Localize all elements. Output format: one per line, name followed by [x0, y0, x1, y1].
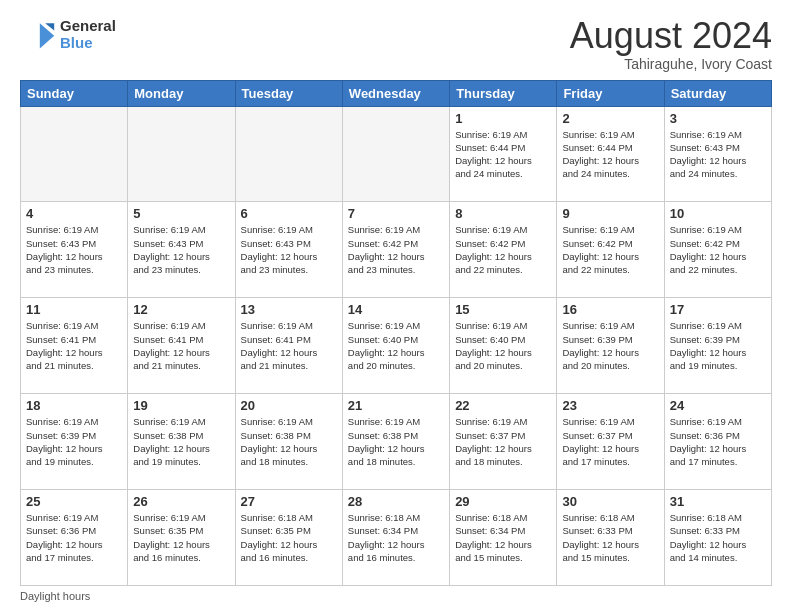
day-info: Sunrise: 6:19 AM Sunset: 6:44 PM Dayligh… — [562, 128, 658, 181]
week-row-4: 25Sunrise: 6:19 AM Sunset: 6:36 PM Dayli… — [21, 490, 772, 586]
day-info: Sunrise: 6:19 AM Sunset: 6:36 PM Dayligh… — [670, 415, 766, 468]
day-number: 22 — [455, 398, 551, 413]
week-row-2: 11Sunrise: 6:19 AM Sunset: 6:41 PM Dayli… — [21, 298, 772, 394]
day-cell: 29Sunrise: 6:18 AM Sunset: 6:34 PM Dayli… — [450, 490, 557, 586]
day-info: Sunrise: 6:19 AM Sunset: 6:38 PM Dayligh… — [241, 415, 337, 468]
day-cell: 4Sunrise: 6:19 AM Sunset: 6:43 PM Daylig… — [21, 202, 128, 298]
day-cell: 8Sunrise: 6:19 AM Sunset: 6:42 PM Daylig… — [450, 202, 557, 298]
day-info: Sunrise: 6:19 AM Sunset: 6:42 PM Dayligh… — [455, 223, 551, 276]
day-number: 8 — [455, 206, 551, 221]
day-info: Sunrise: 6:19 AM Sunset: 6:43 PM Dayligh… — [133, 223, 229, 276]
day-cell: 21Sunrise: 6:19 AM Sunset: 6:38 PM Dayli… — [342, 394, 449, 490]
day-info: Sunrise: 6:18 AM Sunset: 6:35 PM Dayligh… — [241, 511, 337, 564]
day-cell: 10Sunrise: 6:19 AM Sunset: 6:42 PM Dayli… — [664, 202, 771, 298]
day-number: 21 — [348, 398, 444, 413]
day-number: 9 — [562, 206, 658, 221]
day-info: Sunrise: 6:19 AM Sunset: 6:39 PM Dayligh… — [670, 319, 766, 372]
day-number: 13 — [241, 302, 337, 317]
day-cell: 9Sunrise: 6:19 AM Sunset: 6:42 PM Daylig… — [557, 202, 664, 298]
header-tuesday: Tuesday — [235, 80, 342, 106]
day-cell: 3Sunrise: 6:19 AM Sunset: 6:43 PM Daylig… — [664, 106, 771, 202]
day-number: 7 — [348, 206, 444, 221]
day-info: Sunrise: 6:18 AM Sunset: 6:34 PM Dayligh… — [348, 511, 444, 564]
day-cell: 1Sunrise: 6:19 AM Sunset: 6:44 PM Daylig… — [450, 106, 557, 202]
day-number: 10 — [670, 206, 766, 221]
week-row-1: 4Sunrise: 6:19 AM Sunset: 6:43 PM Daylig… — [21, 202, 772, 298]
day-number: 20 — [241, 398, 337, 413]
day-info: Sunrise: 6:19 AM Sunset: 6:41 PM Dayligh… — [26, 319, 122, 372]
title-area: August 2024 Tahiraguhe, Ivory Coast — [570, 16, 772, 72]
day-cell: 18Sunrise: 6:19 AM Sunset: 6:39 PM Dayli… — [21, 394, 128, 490]
day-cell: 16Sunrise: 6:19 AM Sunset: 6:39 PM Dayli… — [557, 298, 664, 394]
day-cell: 13Sunrise: 6:19 AM Sunset: 6:41 PM Dayli… — [235, 298, 342, 394]
calendar-header-row: SundayMondayTuesdayWednesdayThursdayFrid… — [21, 80, 772, 106]
day-cell: 25Sunrise: 6:19 AM Sunset: 6:36 PM Dayli… — [21, 490, 128, 586]
logo-text: General Blue — [60, 17, 116, 51]
day-info: Sunrise: 6:19 AM Sunset: 6:36 PM Dayligh… — [26, 511, 122, 564]
header-monday: Monday — [128, 80, 235, 106]
day-info: Sunrise: 6:19 AM Sunset: 6:43 PM Dayligh… — [26, 223, 122, 276]
day-info: Sunrise: 6:19 AM Sunset: 6:39 PM Dayligh… — [562, 319, 658, 372]
day-cell — [235, 106, 342, 202]
day-cell: 22Sunrise: 6:19 AM Sunset: 6:37 PM Dayli… — [450, 394, 557, 490]
day-number: 6 — [241, 206, 337, 221]
day-number: 1 — [455, 111, 551, 126]
day-info: Sunrise: 6:19 AM Sunset: 6:44 PM Dayligh… — [455, 128, 551, 181]
day-number: 18 — [26, 398, 122, 413]
day-info: Sunrise: 6:18 AM Sunset: 6:34 PM Dayligh… — [455, 511, 551, 564]
day-number: 12 — [133, 302, 229, 317]
header-friday: Friday — [557, 80, 664, 106]
header: General Blue August 2024 Tahiraguhe, Ivo… — [20, 16, 772, 72]
day-number: 5 — [133, 206, 229, 221]
day-info: Sunrise: 6:19 AM Sunset: 6:42 PM Dayligh… — [562, 223, 658, 276]
day-cell: 27Sunrise: 6:18 AM Sunset: 6:35 PM Dayli… — [235, 490, 342, 586]
logo-icon — [20, 16, 56, 52]
day-cell: 5Sunrise: 6:19 AM Sunset: 6:43 PM Daylig… — [128, 202, 235, 298]
footer: Daylight hours — [20, 590, 772, 602]
day-info: Sunrise: 6:18 AM Sunset: 6:33 PM Dayligh… — [562, 511, 658, 564]
header-thursday: Thursday — [450, 80, 557, 106]
day-number: 14 — [348, 302, 444, 317]
day-number: 25 — [26, 494, 122, 509]
day-cell: 28Sunrise: 6:18 AM Sunset: 6:34 PM Dayli… — [342, 490, 449, 586]
day-number: 2 — [562, 111, 658, 126]
day-cell: 20Sunrise: 6:19 AM Sunset: 6:38 PM Dayli… — [235, 394, 342, 490]
day-cell: 23Sunrise: 6:19 AM Sunset: 6:37 PM Dayli… — [557, 394, 664, 490]
day-cell: 30Sunrise: 6:18 AM Sunset: 6:33 PM Dayli… — [557, 490, 664, 586]
day-number: 16 — [562, 302, 658, 317]
week-row-0: 1Sunrise: 6:19 AM Sunset: 6:44 PM Daylig… — [21, 106, 772, 202]
day-cell: 12Sunrise: 6:19 AM Sunset: 6:41 PM Dayli… — [128, 298, 235, 394]
day-number: 27 — [241, 494, 337, 509]
week-row-3: 18Sunrise: 6:19 AM Sunset: 6:39 PM Dayli… — [21, 394, 772, 490]
day-info: Sunrise: 6:19 AM Sunset: 6:37 PM Dayligh… — [455, 415, 551, 468]
subtitle: Tahiraguhe, Ivory Coast — [570, 56, 772, 72]
header-saturday: Saturday — [664, 80, 771, 106]
day-cell: 26Sunrise: 6:19 AM Sunset: 6:35 PM Dayli… — [128, 490, 235, 586]
day-number: 28 — [348, 494, 444, 509]
day-info: Sunrise: 6:19 AM Sunset: 6:38 PM Dayligh… — [133, 415, 229, 468]
day-info: Sunrise: 6:19 AM Sunset: 6:41 PM Dayligh… — [241, 319, 337, 372]
day-number: 17 — [670, 302, 766, 317]
day-number: 24 — [670, 398, 766, 413]
day-cell: 15Sunrise: 6:19 AM Sunset: 6:40 PM Dayli… — [450, 298, 557, 394]
day-info: Sunrise: 6:19 AM Sunset: 6:40 PM Dayligh… — [348, 319, 444, 372]
day-number: 23 — [562, 398, 658, 413]
day-number: 15 — [455, 302, 551, 317]
header-wednesday: Wednesday — [342, 80, 449, 106]
day-info: Sunrise: 6:19 AM Sunset: 6:39 PM Dayligh… — [26, 415, 122, 468]
day-info: Sunrise: 6:19 AM Sunset: 6:35 PM Dayligh… — [133, 511, 229, 564]
day-info: Sunrise: 6:19 AM Sunset: 6:43 PM Dayligh… — [241, 223, 337, 276]
day-cell — [128, 106, 235, 202]
day-cell — [342, 106, 449, 202]
day-info: Sunrise: 6:19 AM Sunset: 6:37 PM Dayligh… — [562, 415, 658, 468]
logo: General Blue — [20, 16, 116, 52]
header-sunday: Sunday — [21, 80, 128, 106]
day-cell: 6Sunrise: 6:19 AM Sunset: 6:43 PM Daylig… — [235, 202, 342, 298]
day-cell: 19Sunrise: 6:19 AM Sunset: 6:38 PM Dayli… — [128, 394, 235, 490]
page: General Blue August 2024 Tahiraguhe, Ivo… — [0, 0, 792, 612]
footer-text: Daylight hours — [20, 590, 90, 602]
day-info: Sunrise: 6:19 AM Sunset: 6:38 PM Dayligh… — [348, 415, 444, 468]
day-number: 26 — [133, 494, 229, 509]
day-cell: 14Sunrise: 6:19 AM Sunset: 6:40 PM Dayli… — [342, 298, 449, 394]
day-info: Sunrise: 6:18 AM Sunset: 6:33 PM Dayligh… — [670, 511, 766, 564]
